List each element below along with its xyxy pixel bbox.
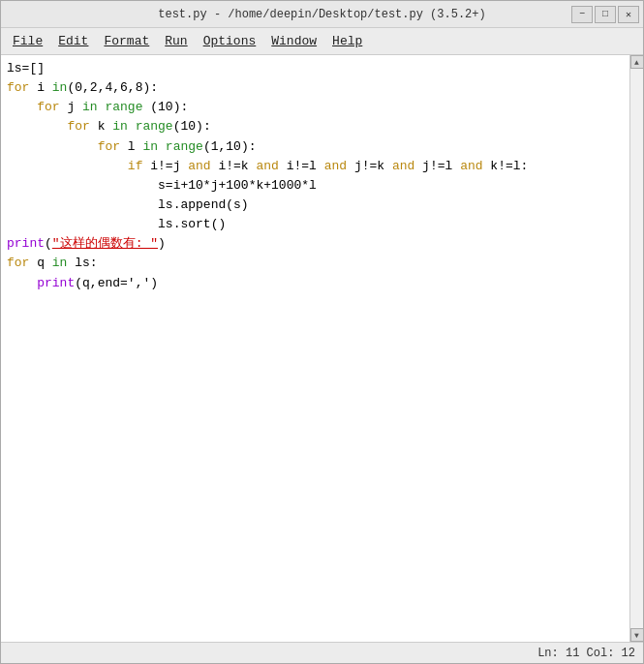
menu-options[interactable]: Options [196,30,264,52]
menu-help[interactable]: Help [324,30,370,52]
minimize-button[interactable]: − [571,6,593,23]
menu-format[interactable]: Format [96,30,157,52]
cursor-position: Ln: 11 Col: 12 [537,647,635,660]
scroll-up-button[interactable]: ▲ [630,55,644,69]
status-bar: Ln: 11 Col: 12 [1,642,643,663]
menu-file[interactable]: File [5,30,50,52]
vertical-scrollbar[interactable]: ▲ ▼ [629,55,643,642]
window-title: test.py - /home/deepin/Desktop/test.py (… [158,8,485,21]
window-controls: − □ ✕ [571,6,639,23]
menu-edit[interactable]: Edit [50,30,96,52]
menu-run[interactable]: Run [157,30,195,52]
maximize-button[interactable]: □ [595,6,616,23]
scroll-down-button[interactable]: ▼ [630,628,644,642]
menu-bar: File Edit Format Run Options Window Help [1,28,643,55]
main-window: test.py - /home/deepin/Desktop/test.py (… [0,0,644,664]
menu-window[interactable]: Window [263,30,324,52]
close-button[interactable]: ✕ [618,6,639,23]
editor-area[interactable]: ls=[] for i in(0,2,4,6,8): for j in rang… [1,55,643,642]
title-bar: test.py - /home/deepin/Desktop/test.py (… [1,1,643,28]
code-editor[interactable]: ls=[] for i in(0,2,4,6,8): for j in rang… [1,55,629,642]
